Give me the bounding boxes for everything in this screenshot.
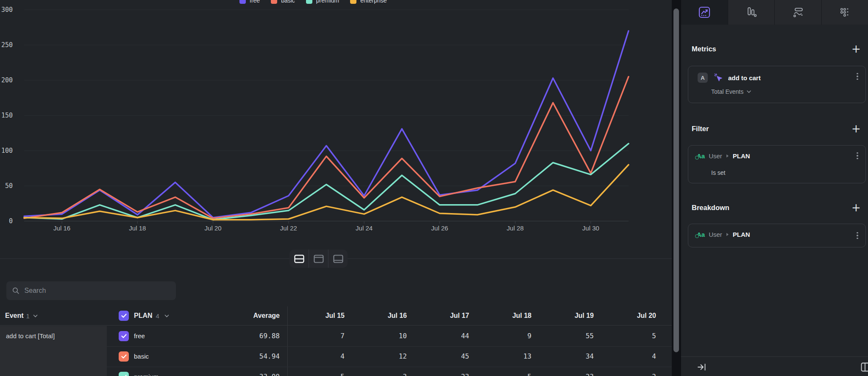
x-axis-tick-label: Jul 26: [431, 224, 448, 232]
row-cell-value: 7: [288, 326, 345, 346]
row-cell-value: 23: [413, 367, 469, 376]
plan-column-header[interactable]: PLAN 4: [119, 306, 169, 325]
y-axis-tick-label: 250: [1, 41, 13, 49]
check-icon: [121, 354, 127, 359]
tab-bar-chart[interactable]: [728, 0, 775, 25]
line-chart-icon: [698, 6, 711, 19]
row-cell-value: 10: [351, 326, 407, 346]
chevron-right-icon: [726, 233, 729, 236]
filter-operator: Is set: [711, 169, 725, 176]
row-divider: [107, 367, 672, 367]
average-column-header: Average: [203, 306, 280, 325]
premium-row-checkbox[interactable]: [119, 372, 129, 376]
add-breakdown-button[interactable]: +: [851, 202, 862, 213]
breakdown-property: PLAN: [733, 231, 750, 238]
series-line-free[interactable]: [24, 31, 629, 218]
row-cell-value: 5: [475, 367, 531, 376]
series-line-enterprise[interactable]: [24, 165, 629, 219]
y-axis-tick-label: 200: [1, 76, 13, 84]
breakdown-section-title: Breakdown: [692, 204, 729, 212]
tab-grid-dots[interactable]: [821, 0, 868, 25]
add-filter-button[interactable]: +: [851, 123, 862, 134]
flow-chart-icon: [792, 6, 804, 19]
metrics-section-title: Metrics: [692, 45, 716, 53]
check-icon: [121, 314, 127, 318]
line-chart[interactable]: 050100150200250300Jul 16Jul 18Jul 20Jul …: [0, 0, 672, 238]
main-content-area: freebasicpremiumenterprise 0501001502002…: [0, 0, 672, 376]
x-axis-tick-label: Jul 30: [582, 224, 599, 232]
table-header-row: Event 1 PLAN 4 Average Jul 15Jul 16Jul 1…: [0, 306, 672, 325]
y-axis-tick-label: 0: [9, 217, 13, 225]
date-column-header: Jul 20: [600, 306, 656, 325]
filter-options-kebab-icon[interactable]: [854, 152, 861, 160]
row-divider: [107, 346, 672, 347]
breakdown-options-kebab-icon[interactable]: [854, 231, 861, 240]
chevron-down-icon: [164, 314, 169, 317]
plan-column-label: PLAN: [134, 312, 153, 320]
row-cell-value: 4: [288, 346, 345, 367]
free-row-checkbox[interactable]: [119, 331, 129, 341]
event-column-header[interactable]: Event 1: [5, 306, 38, 325]
check-icon: [121, 334, 127, 338]
metric-options-kebab-icon[interactable]: [854, 72, 861, 81]
tab-line-chart[interactable]: [681, 0, 728, 25]
row-cell-value: 4: [600, 346, 656, 367]
metric-aggregation-dropdown[interactable]: Total Events: [711, 88, 751, 95]
row-cell-value: 45: [413, 346, 469, 367]
date-column-header: Jul 17: [413, 306, 469, 325]
row-label: basic: [134, 346, 149, 367]
scrollbar-track: [672, 0, 681, 376]
filter-section-title: Filter: [692, 125, 709, 133]
metric-card[interactable]: A add to cart Total Events: [688, 66, 866, 103]
series-line-premium[interactable]: [24, 143, 629, 219]
average-dates-divider: [287, 306, 288, 376]
panel-columns-icon[interactable]: [861, 362, 868, 372]
date-column-header: Jul 18: [475, 306, 531, 325]
chevron-right-icon: [726, 154, 729, 158]
chevron-down-icon: [747, 90, 751, 93]
layout-split-rows-button[interactable]: [289, 250, 309, 268]
row-label: premium: [134, 367, 159, 376]
basic-row-checkbox[interactable]: [119, 351, 129, 362]
row-cell-value: 23: [537, 367, 594, 376]
x-axis-tick-label: Jul 22: [280, 224, 297, 232]
breakdown-scope: User: [709, 231, 722, 238]
layout-bottom-panel-button[interactable]: [328, 250, 348, 268]
y-axis-tick-label: 50: [5, 182, 13, 190]
plan-header-checkbox[interactable]: [119, 311, 129, 321]
grid-dots-icon: [838, 6, 851, 19]
metric-aggregation-label: Total Events: [711, 88, 743, 95]
event-column-count: 1: [26, 312, 30, 320]
row-cell-value: 55: [537, 326, 594, 346]
row-cell-value: 3: [351, 367, 407, 376]
x-axis-tick-label: Jul 16: [53, 224, 70, 232]
search-input[interactable]: [25, 287, 170, 295]
layout-top-panel-button[interactable]: [309, 250, 328, 268]
breakdown-card[interactable]: Aa User PLAN: [688, 224, 866, 247]
filter-property: PLAN: [733, 152, 750, 160]
date-column-header: Jul 19: [537, 306, 594, 325]
x-axis-tick-label: Jul 20: [205, 224, 222, 232]
filter-card[interactable]: Aa User PLAN Is set: [688, 145, 866, 183]
plan-column-count: 4: [156, 312, 159, 320]
chevron-down-icon: [33, 314, 38, 317]
add-metric-button[interactable]: +: [851, 43, 862, 54]
row-cell-value: 12: [351, 346, 407, 367]
chart-type-tabbar: [681, 0, 868, 25]
event-row-label[interactable]: add to cart [Total]: [6, 326, 55, 346]
y-axis-tick-label: 300: [1, 6, 13, 14]
row-average-value: 69.88: [203, 326, 280, 346]
row-cell-value: 44: [413, 326, 469, 346]
tab-flow-chart[interactable]: [774, 0, 821, 25]
collapse-panel-icon[interactable]: [697, 363, 707, 371]
search-box[interactable]: [6, 281, 176, 300]
x-axis-tick-label: Jul 28: [507, 224, 524, 232]
row-cell-value: 34: [537, 346, 594, 367]
row-cell-value: 5: [600, 326, 656, 346]
row-average-value: 33.00: [203, 367, 280, 376]
y-axis-tick-label: 150: [1, 112, 13, 119]
layout-switcher: [289, 250, 348, 268]
date-column-header: Jul 16: [351, 306, 407, 325]
y-axis-tick-label: 100: [1, 147, 13, 154]
scrollbar-thumb[interactable]: [673, 8, 679, 352]
